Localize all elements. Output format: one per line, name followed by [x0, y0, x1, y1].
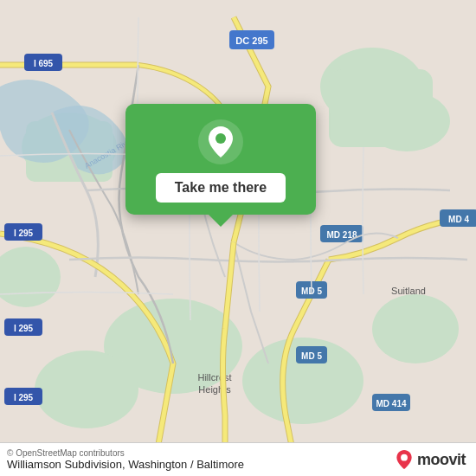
svg-text:I 295: I 295 — [14, 228, 34, 238]
svg-text:DC 295: DC 295 — [235, 35, 267, 46]
svg-text:MD 4: MD 4 — [448, 215, 469, 224]
moovit-brand-text: moovit — [417, 451, 466, 469]
bottom-left-info: © OpenStreetMap contributors Williamson … — [7, 448, 244, 471]
take-me-there-button[interactable]: Take me there — [156, 173, 286, 203]
svg-text:MD 414: MD 414 — [376, 399, 406, 408]
svg-text:Hillcrest: Hillcrest — [197, 372, 231, 383]
popup-card: Take me there — [125, 104, 316, 215]
svg-point-9 — [372, 294, 459, 363]
svg-point-36 — [215, 133, 226, 144]
svg-text:I 695: I 695 — [34, 59, 54, 68]
bottom-bar: © OpenStreetMap contributors Williamson … — [0, 442, 476, 476]
location-name: Williamson Subdivision, Washington / Bal… — [7, 458, 244, 471]
map-pin-icon — [198, 119, 243, 164]
svg-point-37 — [401, 454, 408, 461]
svg-text:I 295: I 295 — [14, 393, 34, 402]
moovit-pin-icon — [395, 450, 414, 469]
osm-credit: © OpenStreetMap contributors — [7, 448, 244, 458]
moovit-logo: moovit — [395, 450, 466, 469]
svg-rect-3 — [329, 69, 433, 147]
map-background: DC 295 I 695 Anacostia River I 295 I 295… — [0, 0, 476, 476]
svg-point-7 — [35, 351, 138, 428]
svg-text:I 295: I 295 — [14, 324, 34, 333]
map-container: DC 295 I 695 Anacostia River I 295 I 295… — [0, 0, 476, 476]
svg-text:Suitland: Suitland — [391, 286, 426, 296]
svg-text:MD 5: MD 5 — [301, 351, 322, 361]
